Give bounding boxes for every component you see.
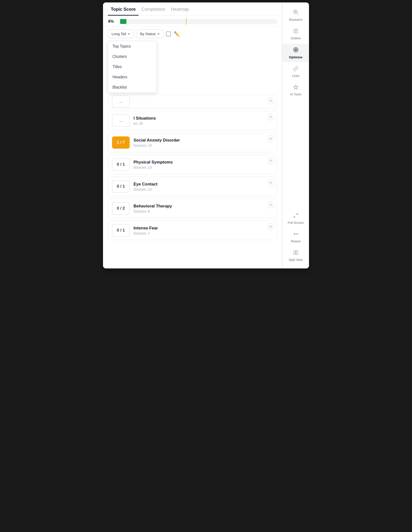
copy-button[interactable]: [268, 113, 274, 120]
svg-line-9: [294, 216, 295, 217]
score-badge: ...: [112, 95, 130, 108]
sidebar-item-outline[interactable]: Outline: [282, 25, 309, 43]
progress-section: 4%: [103, 16, 282, 27]
sidebar-label-resize: Resize: [291, 239, 301, 243]
topic-card-physical-symptoms: 0 / 1 Physical Symptoms Sources: 13: [108, 155, 277, 174]
topic-card-intense-fear: 0 / 1 Intense Fear Sources: 7: [108, 221, 277, 240]
split-view-icon: [293, 250, 299, 257]
topic-sources: Sources: 15: [134, 143, 273, 147]
svg-rect-12: [296, 251, 298, 255]
score-badge-neutral: 0 / 2: [112, 202, 130, 215]
menu-item-clusters[interactable]: Clusters: [108, 51, 156, 62]
by-status-dropdown[interactable]: By Status ▼: [136, 30, 164, 38]
topic-card-behavioral-therapy: 0 / 2 Behavioral Therapy Sources: 8: [108, 199, 277, 218]
sidebar-item-split-view[interactable]: Split View: [282, 247, 309, 265]
topic-title: Behavioral Therapy: [134, 204, 273, 209]
copy-button[interactable]: [268, 97, 274, 104]
sidebar-item-optimize[interactable]: Optimize: [282, 44, 309, 62]
svg-point-7: [296, 50, 296, 50]
ai-tools-icon: [293, 84, 299, 91]
copy-button[interactable]: [268, 179, 274, 186]
topic-title: Intense Fear: [134, 226, 273, 231]
tabs-bar: Topic Score Competitors Heatmap: [103, 2, 282, 16]
chevron-down-icon: ▼: [157, 32, 160, 35]
sidebar-label-links: Links: [292, 74, 299, 78]
topic-title: Eye Contact: [134, 182, 273, 187]
copy-button[interactable]: [268, 201, 274, 208]
sidebar: Research Outline: [282, 2, 309, 268]
topic-sources: Sources: 8: [134, 209, 273, 213]
links-icon: [293, 66, 299, 73]
menu-item-titles[interactable]: Titles: [108, 62, 156, 72]
controls-row: Long Tail ▼ By Status ▼ ✏️: [103, 27, 282, 41]
topic-info: Physical Symptoms Sources: 13: [134, 160, 273, 169]
outline-icon: [293, 28, 299, 35]
topic-info: Social Anxiety Disorder Sources: 15: [134, 138, 273, 147]
chevron-down-icon: ▼: [128, 32, 130, 35]
optimize-icon: [293, 47, 299, 54]
topic-card-social-anxiety: 1 / 7 Social Anxiety Disorder Sources: 1…: [108, 133, 277, 152]
tab-competitors[interactable]: Competitors: [139, 2, 168, 15]
dropdown-menu: Top Topics Clusters Titles Headers Black…: [108, 41, 157, 93]
main-content: Topic Score Competitors Heatmap 4% Long …: [103, 2, 282, 268]
topic-title: Physical Symptoms: [134, 160, 273, 165]
sidebar-item-full-screen[interactable]: Full Screen: [282, 210, 309, 227]
menu-item-top-topics[interactable]: Top Topics: [108, 41, 156, 51]
progress-bar-wrap: [120, 19, 277, 24]
sidebar-label-ai-tools: AI Tools: [290, 92, 301, 96]
topic-sources: Sources: 7: [134, 231, 273, 235]
sidebar-label-optimize: Optimize: [289, 55, 302, 59]
topic-sources: Sources: 13: [134, 165, 273, 169]
topic-title: l Situations: [134, 116, 273, 121]
sidebar-item-ai-tools[interactable]: AI Tools: [282, 82, 309, 99]
tab-topic-score[interactable]: Topic Score: [108, 2, 139, 15]
progress-row: 4%: [108, 19, 277, 24]
pencil-icon[interactable]: ✏️: [174, 31, 180, 37]
topic-info: Behavioral Therapy Sources: 8: [134, 204, 273, 213]
copy-button[interactable]: [268, 135, 274, 142]
progress-bar-fill: [120, 19, 126, 24]
sidebar-item-research[interactable]: Research: [282, 6, 309, 24]
app-container: Topic Score Competitors Heatmap 4% Long …: [103, 2, 309, 268]
tab-heatmap[interactable]: Heatmap: [168, 2, 192, 15]
topic-card-2: ... l Situations es: 18: [108, 111, 277, 130]
sidebar-label-split-view: Split View: [289, 258, 303, 262]
topic-card-1: ...: [108, 95, 277, 108]
score-badge-neutral: 0 / 1: [112, 180, 130, 193]
progress-marker: [186, 18, 186, 25]
sidebar-label-full-screen: Full Screen: [288, 221, 304, 225]
score-badge: ...: [112, 114, 130, 127]
topic-info: Intense Fear Sources: 7: [134, 226, 273, 235]
copy-button[interactable]: [268, 223, 274, 230]
full-screen-icon: [293, 213, 299, 220]
long-tail-dropdown[interactable]: Long Tail ▼: [108, 30, 134, 38]
score-badge-neutral: 0 / 1: [112, 158, 130, 171]
sidebar-item-resize[interactable]: Resize: [282, 228, 309, 246]
svg-line-8: [296, 214, 298, 215]
menu-item-blacklist[interactable]: Blacklist: [108, 82, 156, 92]
svg-rect-11: [294, 251, 295, 255]
research-icon: [293, 9, 299, 17]
menu-item-headers[interactable]: Headers: [108, 72, 156, 82]
checkbox-icon[interactable]: [166, 31, 171, 36]
topic-info: Eye Contact Sources: 12: [134, 182, 273, 191]
score-badge-orange: 1 / 7: [112, 136, 130, 149]
resize-icon: [293, 231, 299, 238]
score-percent: 4%: [108, 19, 118, 24]
topic-info: l Situations es: 18: [134, 116, 273, 125]
sidebar-label-outline: Outline: [291, 36, 301, 40]
sidebar-item-links[interactable]: Links: [282, 63, 309, 81]
topic-sources: Sources: 12: [134, 187, 273, 191]
topic-title: Social Anxiety Disorder: [134, 138, 273, 143]
copy-button[interactable]: [268, 157, 274, 164]
sidebar-label-research: Research: [289, 18, 303, 21]
topics-list: ... ... l Situations es: 18: [103, 93, 282, 268]
topic-sources: es: 18: [134, 122, 273, 125]
score-badge-neutral: 0 / 1: [112, 224, 130, 236]
topic-card-eye-contact: 0 / 1 Eye Contact Sources: 12: [108, 177, 277, 196]
